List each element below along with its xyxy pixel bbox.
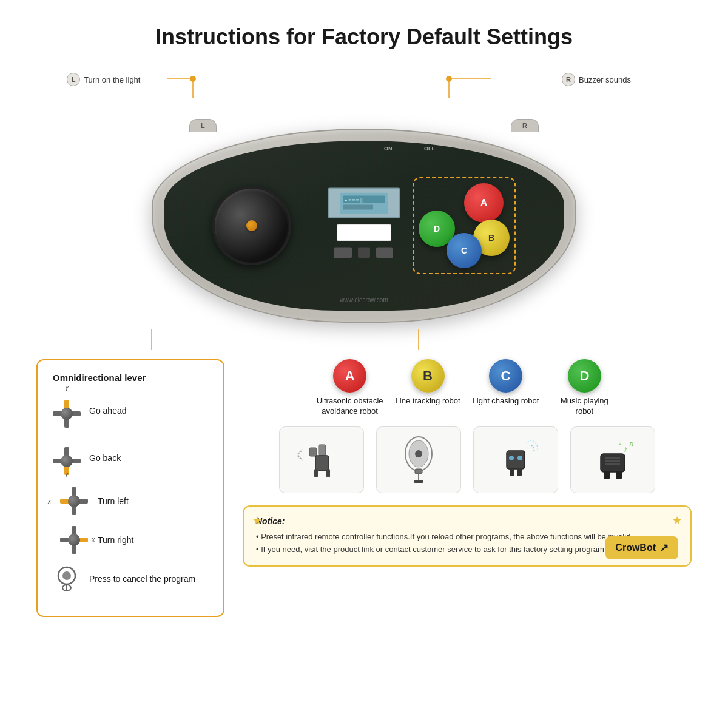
dpad-center-right	[68, 534, 80, 546]
svg-rect-12	[376, 248, 393, 258]
robot-image-D: ♪ ♫ ♩	[570, 426, 655, 493]
button-C[interactable]: C	[447, 233, 482, 268]
robot-btn-A[interactable]: A	[333, 359, 366, 393]
right-shoulder-label: R	[562, 73, 575, 86]
notice-line-1: • Preset infrared remote controller func…	[256, 532, 633, 541]
svg-rect-21	[315, 456, 329, 471]
screen-content-svg: ● ≋≋≋ |||	[340, 192, 388, 214]
dpad-left	[60, 487, 88, 515]
page-title: Instructions for Factory Default Setting…	[0, 0, 728, 62]
off-label: OFF	[424, 146, 435, 152]
dpad-center	[61, 408, 73, 420]
svg-text:♪: ♪	[624, 445, 628, 454]
notice-star-left: ★	[252, 514, 262, 527]
svg-point-34	[517, 456, 522, 460]
svg-text:♫: ♫	[629, 440, 633, 447]
robot-label-D: Music playing robot	[551, 396, 618, 417]
svg-rect-19	[318, 445, 326, 456]
svg-rect-22	[314, 469, 318, 477]
lever-item-press: Press to cancel the program	[53, 565, 208, 593]
cursor-icon: ↗	[659, 541, 669, 554]
lever-action-press: Press to cancel the program	[89, 574, 195, 584]
robot-buttons-row: A Ultrasonic obstacle avoidance robot B …	[243, 359, 692, 417]
lever-action-go-back: Go back	[89, 453, 121, 463]
top-annotations: L Turn on the light R Buzzer sounds	[0, 62, 728, 98]
svg-point-16	[62, 571, 71, 580]
svg-rect-35	[601, 454, 625, 472]
dpad-wrapper-up: Y	[53, 393, 81, 429]
svg-rect-29	[414, 480, 423, 483]
center-white-rect	[337, 224, 391, 241]
crowbot-badge: CrowBot ↗	[605, 536, 678, 559]
robot-btn-D[interactable]: D	[568, 359, 601, 393]
joystick[interactable]	[212, 186, 291, 265]
y-bottom-label: y	[66, 471, 69, 477]
lcd-screen: ● ≋≋≋ |||	[328, 188, 400, 218]
controller-inner: ON OFF ● ≋≋≋ |||	[164, 141, 564, 311]
lever-item-turn-right: X Turn right	[53, 526, 208, 554]
y-top-label: Y	[65, 385, 69, 392]
svg-rect-31	[510, 468, 514, 476]
svg-rect-32	[517, 468, 522, 476]
robot-image-B	[376, 426, 461, 493]
robot-svg-B	[388, 433, 449, 487]
svg-rect-20	[309, 448, 317, 456]
svg-point-0	[190, 76, 196, 82]
crowbot-label: CrowBot	[615, 542, 656, 553]
robot-label-C: Light chasing robot	[473, 396, 539, 406]
svg-rect-11	[358, 248, 370, 258]
left-annotation-text: Turn on the light	[84, 75, 140, 84]
robot-label-A: Ultrasonic obstacle avoidance robot	[317, 396, 383, 417]
robot-item-B: B Line tracking robot	[396, 359, 460, 417]
svg-rect-37	[616, 471, 622, 479]
dpad-wrapper-left: x	[53, 487, 89, 515]
button-A[interactable]: A	[464, 183, 504, 223]
svg-rect-36	[604, 471, 610, 479]
robot-svg-A	[291, 433, 352, 487]
svg-rect-30	[507, 451, 525, 469]
svg-rect-9	[343, 204, 373, 209]
dpad-center-down	[61, 455, 73, 467]
svg-point-26	[415, 450, 422, 457]
svg-point-33	[509, 456, 514, 460]
robot-svg-D: ♪ ♫ ♩	[582, 433, 643, 487]
dpad-right	[60, 526, 88, 554]
bottom-section: Omnidirectional lever Y Go ahead	[0, 353, 728, 635]
notice-line-2: • If you need, visit the product link or…	[256, 545, 607, 554]
robot-image-A	[279, 426, 364, 493]
left-shoulder-label: L	[67, 73, 80, 86]
dpad-wrapper-down: y	[53, 440, 81, 476]
controller-body: L R ON OFF ● ≋≋≋ |||	[152, 129, 576, 323]
joystick-dot	[246, 220, 257, 231]
buttons-panel: A D B C	[413, 177, 516, 274]
shoulder-button-L[interactable]: L	[189, 119, 217, 132]
lever-item-go-ahead: Y Go ahead	[53, 393, 208, 429]
robot-btn-C[interactable]: C	[489, 359, 522, 393]
dpad-center-left	[68, 495, 80, 507]
lever-action-turn-right: Turn right	[98, 535, 133, 545]
page-wrapper: Instructions for Factory Default Setting…	[0, 0, 728, 635]
notice-title: Notice:	[256, 516, 678, 526]
controller-section: L R ON OFF ● ≋≋≋ |||	[0, 98, 728, 353]
notice-star-right: ★	[672, 514, 682, 527]
left-annotation: L Turn on the light	[67, 73, 140, 86]
robot-btn-B[interactable]: B	[411, 359, 445, 393]
robot-label-B: Line tracking robot	[396, 396, 460, 406]
button-grid: A D B C	[419, 183, 510, 268]
shoulder-button-R[interactable]: R	[511, 119, 539, 132]
dpad-up	[53, 400, 81, 428]
joystick-label: Joystick for CrowBot	[496, 297, 546, 303]
svg-point-3	[446, 76, 452, 82]
right-annotation: R Buzzer sounds	[562, 73, 631, 86]
svg-text:●  ≋≋≋ |||: ● ≋≋≋ |||	[345, 197, 364, 202]
lever-action-turn-left: Turn left	[98, 496, 129, 506]
dpad-wrapper-right: X	[53, 526, 89, 554]
robot-image-C	[473, 426, 558, 493]
svg-text:♩: ♩	[619, 439, 622, 446]
robot-item-D: D Music playing robot	[551, 359, 618, 417]
on-label: ON	[384, 146, 393, 152]
x-right-label: X	[91, 537, 95, 544]
lever-title: Omnidirectional lever	[53, 372, 208, 383]
lever-item-go-back: y Go back	[53, 440, 208, 476]
lever-action-go-ahead: Go ahead	[89, 406, 127, 416]
